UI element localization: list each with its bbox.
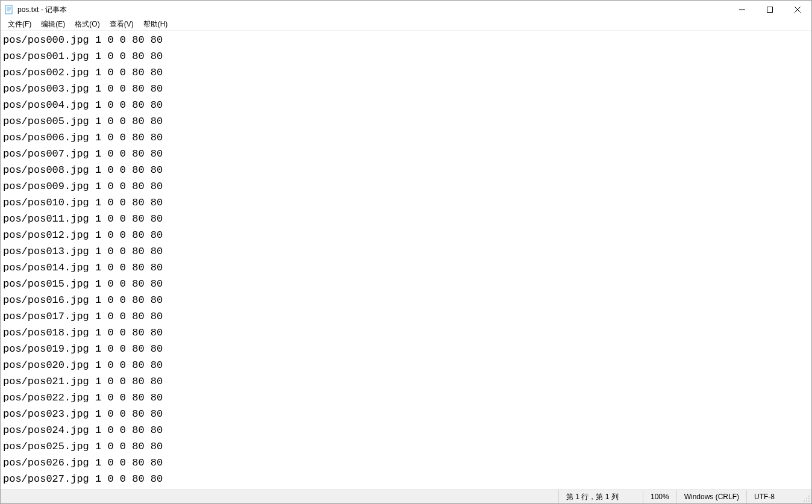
maximize-button[interactable] (756, 1, 784, 19)
minimize-button[interactable] (728, 1, 756, 19)
statusbar: 第 1 行，第 1 列 100% Windows (CRLF) UTF-8 (1, 490, 811, 503)
svg-point-9 (808, 496, 810, 497)
menu-file[interactable]: 文件(F) (3, 18, 36, 31)
status-zoom: 100% (643, 490, 676, 503)
svg-rect-6 (767, 7, 773, 13)
window-title: pos.txt - 记事本 (17, 5, 67, 15)
titlebar: pos.txt - 记事本 (1, 1, 811, 19)
svg-point-14 (808, 500, 810, 502)
menu-help[interactable]: 帮助(H) (139, 18, 173, 31)
menu-view[interactable]: 查看(V) (105, 18, 139, 31)
window-controls (728, 1, 811, 19)
notepad-icon (4, 5, 14, 14)
menu-edit[interactable]: 编辑(E) (36, 18, 70, 31)
svg-point-11 (808, 498, 810, 499)
close-button[interactable] (784, 1, 811, 19)
titlebar-left: pos.txt - 记事本 (4, 5, 67, 15)
status-line-ending: Windows (CRLF) (676, 490, 746, 503)
status-position: 第 1 行，第 1 列 (558, 490, 643, 503)
status-charset: UTF-8 (746, 490, 801, 503)
svg-point-13 (806, 500, 807, 502)
text-area[interactable]: pos/pos000.jpg 1 0 0 80 80 pos/pos001.jp… (1, 31, 811, 490)
svg-point-10 (806, 498, 807, 499)
menubar: 文件(F) 编辑(E) 格式(O) 查看(V) 帮助(H) (1, 19, 811, 31)
svg-point-12 (804, 500, 805, 502)
content-wrapper: pos/pos000.jpg 1 0 0 80 80 pos/pos001.jp… (1, 31, 811, 490)
resize-grip-icon[interactable] (801, 490, 811, 503)
menu-format[interactable]: 格式(O) (70, 18, 104, 31)
